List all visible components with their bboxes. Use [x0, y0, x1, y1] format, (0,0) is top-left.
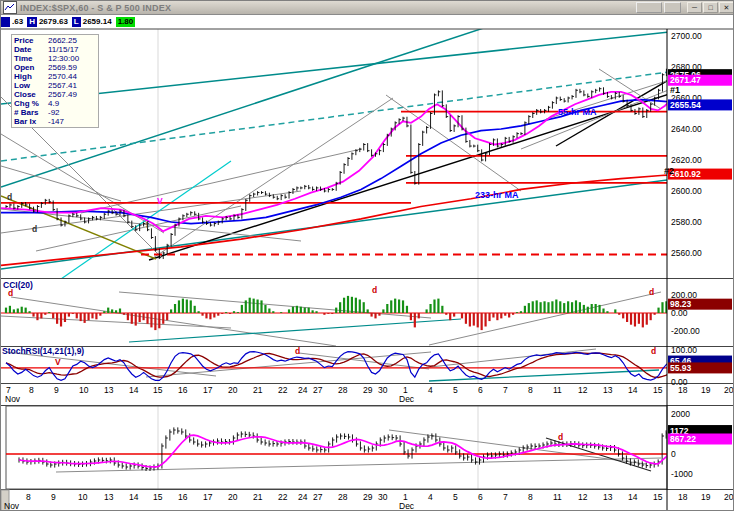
- date-axis-label: 16: [178, 385, 188, 395]
- date-axis-label: 9: [51, 492, 56, 502]
- rsi-axis-tick: 100.00: [671, 345, 697, 355]
- date-axis-label: 21: [253, 385, 263, 395]
- databox-label: Open: [14, 63, 48, 72]
- open-value: .63: [12, 17, 23, 27]
- date-axis-label: 20th: [724, 492, 734, 502]
- chart-window: INDEX:$SPX,60 - S & P 500 INDEX ─ □ ✕ .6…: [0, 0, 734, 511]
- change-badge: 1.80: [116, 17, 136, 27]
- price-badge-label: 2655.54: [670, 100, 701, 110]
- date-axis-label: 15: [153, 492, 163, 502]
- minimize-button[interactable]: ─: [687, 2, 702, 13]
- databox-label: Time: [14, 54, 48, 63]
- chart-canvas[interactable]: 2700.002680.002660.002640.002620.002600.…: [1, 1, 734, 511]
- maximize-button[interactable]: □: [703, 2, 718, 13]
- date-axis-label: 27: [313, 385, 323, 395]
- date-axis-label: 16: [178, 492, 188, 502]
- databox-label: High: [14, 72, 48, 81]
- cci-axis-tick: -200.00: [671, 326, 700, 336]
- price-badge-label: 2671.47: [670, 75, 701, 85]
- date-axis-label: 7: [503, 385, 508, 395]
- date-axis-label: 20: [228, 492, 238, 502]
- letter-annotation: V: [55, 357, 61, 367]
- databox-label: Price: [14, 36, 48, 45]
- high-tag: H: [27, 17, 37, 27]
- price-axis-tick: 2620.00: [671, 155, 702, 165]
- letter-annotation: f: [146, 220, 149, 230]
- databox-label: Bar Ix: [14, 117, 48, 126]
- date-axis-label: 13: [104, 385, 114, 395]
- databox-value: 2570.44: [48, 72, 77, 81]
- letter-annotation: d: [558, 432, 563, 442]
- date-axis-label: 4: [428, 492, 433, 502]
- price-badge-label: 98.23: [670, 299, 692, 309]
- date-axis-label: 10: [79, 385, 89, 395]
- date-axis-label: 5: [453, 492, 458, 502]
- letter-annotation: d: [8, 288, 13, 298]
- price-axis-tick: 2560.00: [671, 248, 702, 258]
- stochrsi-panel-label: StochRSI(14,21(1),9): [2, 346, 84, 356]
- databox-value: 4.9: [48, 99, 59, 108]
- databox-value: 2569.59: [48, 63, 77, 72]
- letter-annotation: d: [32, 224, 37, 234]
- date-axis-label: 28: [338, 492, 348, 502]
- date-axis-label: 18: [678, 385, 688, 395]
- date-axis-label: 5: [453, 385, 458, 395]
- date-axis-label: 13: [603, 492, 613, 502]
- date-axis-label: 24: [298, 492, 308, 502]
- app-icon: [3, 1, 17, 14]
- databox-label: # Bars: [14, 108, 48, 117]
- letter-annotation: V: [157, 196, 163, 206]
- date-axis-label: 14: [129, 492, 139, 502]
- date-axis-label: 22: [278, 492, 288, 502]
- databox-value: 12:30:00: [48, 54, 79, 63]
- date-axis-label: 15: [653, 385, 663, 395]
- date-axis-label: 4: [428, 385, 433, 395]
- databox-label: Chg %: [14, 99, 48, 108]
- date-axis-label: 6: [478, 492, 483, 502]
- data-window: Price2662.25 Date11/15/17 Time12:30:00 O…: [11, 34, 99, 128]
- breadth-axis-tick: 0: [671, 449, 676, 459]
- date-axis-label: 29: [363, 385, 373, 395]
- month-axis-label: Nov: [4, 501, 20, 511]
- letter-annotation: d: [7, 192, 12, 202]
- date-axis-label: 19: [701, 492, 711, 502]
- date-axis-label: 8: [26, 492, 31, 502]
- databox-label: Close: [14, 90, 48, 99]
- close-button[interactable]: ✕: [719, 2, 734, 13]
- date-axis-label: 28: [338, 385, 348, 395]
- month-axis-label: Nov: [5, 394, 21, 404]
- date-axis-label: 27: [313, 492, 323, 502]
- price-axis-tick: 2580.00: [671, 217, 702, 227]
- letter-annotation: d: [295, 346, 300, 356]
- chart-toolbar-button-1[interactable]: [636, 2, 662, 13]
- date-axis-label: 14: [628, 385, 638, 395]
- high-value: 2679.63: [39, 17, 68, 27]
- date-axis-label: 8: [528, 385, 533, 395]
- date-axis-label: 8: [29, 385, 34, 395]
- date-axis-label: 13: [603, 385, 613, 395]
- title-bar[interactable]: INDEX:$SPX,60 - S & P 500 INDEX ─ □ ✕: [1, 1, 734, 15]
- ma-annotation-label: 55-hr MA: [558, 107, 597, 117]
- date-axis-label: 20th: [724, 385, 734, 395]
- price-axis-tick: 2700.00: [671, 31, 702, 41]
- date-axis-label: 17: [203, 385, 213, 395]
- date-axis-label: 7: [503, 492, 508, 502]
- chart-toolbar-button-2[interactable]: [664, 2, 681, 13]
- date-axis-label: 30: [378, 385, 388, 395]
- price-axis-tick: 2600.00: [671, 186, 702, 196]
- databox-value: -92: [48, 108, 60, 117]
- date-axis-label: 11: [553, 385, 562, 395]
- date-axis-label: 6: [478, 385, 483, 395]
- date-axis-label: 12: [578, 492, 588, 502]
- date-axis-label: 29: [363, 492, 373, 502]
- databox-label: Low: [14, 81, 48, 90]
- databox-label: Date: [14, 45, 48, 54]
- date-axis-label: 14: [129, 385, 139, 395]
- low-value: 2659.14: [83, 17, 112, 27]
- date-axis-label: 12: [578, 385, 588, 395]
- price-badge-label: 55.93: [670, 363, 692, 373]
- date-axis-label: 21: [253, 492, 263, 502]
- window-title: INDEX:$SPX,60 - S & P 500 INDEX: [20, 3, 171, 13]
- letter-annotation: d: [651, 346, 656, 356]
- databox-value: 2567.41: [48, 81, 77, 90]
